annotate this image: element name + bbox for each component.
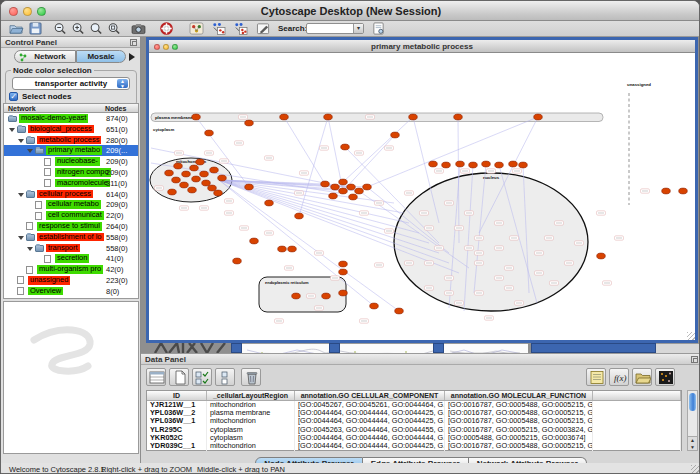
tree-expander-icon[interactable] (18, 236, 24, 240)
quick-find-icon[interactable] (371, 22, 386, 35)
table-cell[interactable]: [GO:0044464, GO:0044446, GO:0044444, G..… (295, 434, 445, 442)
tree-row-mosaic-demo-yeast[interactable]: mosaic-demo-yeast874(0) (4, 113, 138, 124)
network-node[interactable] (168, 189, 177, 195)
frame-resize-grip[interactable] (687, 332, 695, 340)
table-column-header[interactable]: annotation.GO MOLECULAR_FUNCTION (445, 391, 593, 400)
table-cell[interactable]: [GO:0016787, GO:0005488, GO:0005215, G..… (445, 401, 593, 409)
network-node[interactable] (165, 170, 174, 176)
network-node[interactable] (205, 130, 214, 136)
network-node[interactable] (454, 114, 463, 120)
network-node[interactable] (331, 184, 340, 190)
table-cell[interactable]: [GO:0016787, GO:0005215, GO:0003824, G..… (445, 426, 593, 434)
background-frame-sliver[interactable] (444, 343, 528, 353)
tree-row-response-to-stimul[interactable]: response to stimul264(0) (4, 221, 138, 232)
table-cell[interactable] (593, 417, 681, 425)
attribute-editor-icon[interactable] (586, 368, 606, 386)
network-node[interactable] (295, 213, 304, 219)
network-node[interactable] (409, 114, 418, 120)
network-node[interactable] (210, 167, 219, 173)
background-frame-sliver[interactable] (242, 343, 329, 353)
table-cell[interactable]: [GO:0016787, GO:0005488, GO:0005215, G..… (445, 409, 593, 417)
tree-expander-icon[interactable] (9, 128, 15, 132)
network-node[interactable] (288, 246, 297, 252)
table-column-header[interactable]: annotation.GO CELLULAR_COMPONENT (295, 391, 445, 400)
table-cell[interactable]: YPL036W__1 (147, 417, 207, 425)
window-resize-grip[interactable] (691, 465, 700, 474)
tree-expander-icon[interactable] (18, 193, 24, 197)
tree-row-overview[interactable]: Overview8(0) (4, 286, 138, 297)
snapshot-icon[interactable] (131, 22, 146, 35)
network-node[interactable] (245, 184, 254, 190)
birdseye-view[interactable] (3, 301, 139, 454)
zoom-selected-icon[interactable] (107, 22, 122, 35)
network-canvas[interactable]: plasma membrane cytoplasm mitochondrion … (149, 53, 695, 340)
select-nodes-checkbox[interactable]: ✓ (9, 92, 18, 101)
zoom-in-icon[interactable] (71, 22, 86, 35)
table-cell[interactable]: [GO:0005488, GO:0005215, GO:0003674] (445, 434, 593, 442)
tree-row-cell-communicat[interactable]: cell communicat22(0) (4, 210, 138, 221)
tree-row-biological-process[interactable]: biological_process651(0) (4, 124, 138, 135)
search-input[interactable]: ▾ (306, 23, 364, 34)
network-node[interactable] (482, 161, 491, 167)
network-node[interactable] (519, 162, 528, 168)
table-row[interactable]: YKR052Ccytoplasm[GO:0044464, GO:0044446,… (147, 434, 681, 442)
tree-row-transport[interactable]: transport558(0) (4, 243, 138, 254)
network-node[interactable] (202, 180, 211, 186)
tree-expander-icon[interactable] (27, 247, 33, 251)
table-cell[interactable]: [GO:0044464, GO:0044444, GO:0044425, G..… (295, 417, 445, 425)
tree-row-nitrogen-compo[interactable]: nitrogen compo209(0) (4, 167, 138, 178)
network-node[interactable] (370, 303, 379, 309)
annotation-icon[interactable] (256, 22, 271, 35)
network-node[interactable] (233, 258, 242, 264)
tree-row-establishment-of-lo[interactable]: establishment of lo558(0) (4, 232, 138, 243)
network-node[interactable] (214, 190, 223, 196)
network-node[interactable] (192, 176, 201, 182)
help-icon[interactable] (159, 22, 174, 35)
network-node[interactable] (363, 184, 372, 190)
network-node[interactable] (339, 290, 348, 296)
table-scrollbar[interactable]: ▲▼ (687, 390, 698, 451)
network-node[interactable] (182, 171, 191, 177)
network-node[interactable] (597, 253, 606, 259)
background-frame-sliver[interactable] (656, 343, 700, 353)
tree-row-secretion[interactable]: secretion41(0) (4, 253, 138, 264)
background-frame-titlebar[interactable] (329, 343, 340, 353)
table-cell[interactable]: YJR121W__1 (147, 401, 207, 409)
layout-nodes-icon[interactable] (211, 22, 226, 35)
tree-row-cellular-process[interactable]: cellular process614(0) (4, 189, 138, 200)
table-cell[interactable] (593, 434, 681, 442)
table-cell[interactable]: [GO:0045263, GO:0044464, GO:0044455, G..… (295, 426, 445, 434)
network-node[interactable] (456, 161, 465, 167)
tab-network[interactable]: Network (14, 50, 76, 63)
network-node[interactable] (341, 144, 350, 150)
new-attribute-icon[interactable] (169, 368, 189, 386)
background-frame-titlebar[interactable] (531, 343, 656, 353)
table-column-header[interactable]: _cellularLayoutRegion (207, 391, 295, 400)
tree-expander-icon[interactable] (18, 139, 24, 143)
delete-attribute-icon[interactable] (241, 368, 261, 386)
network-node[interactable] (321, 181, 330, 187)
tree-row-unassigned[interactable]: unassigned223(0) (4, 275, 138, 286)
table-column-header[interactable]: ID (147, 391, 207, 400)
network-node[interactable] (339, 269, 348, 275)
select-attributes-icon[interactable] (192, 368, 212, 386)
search-dropdown-arrow-icon[interactable]: ▾ (353, 24, 363, 33)
network-node[interactable] (208, 185, 217, 191)
vizmapper-icon[interactable] (189, 22, 204, 35)
table-cell[interactable]: YLR295C (147, 426, 207, 434)
region-nucleus[interactable] (394, 173, 588, 311)
table-column-header[interactable] (593, 391, 681, 400)
network-node[interactable] (250, 238, 259, 244)
table-row[interactable]: YJR121W__1mitochondrion[GO:0045267, GO:0… (147, 401, 681, 409)
tree-expander-icon[interactable] (27, 149, 33, 153)
table-row[interactable]: YPL036W__1mitochondrion[GO:0044464, GO:0… (147, 417, 681, 425)
network-node[interactable] (192, 114, 201, 120)
tree-row-metabolic-process[interactable]: metabolic process280(0) (4, 135, 138, 146)
layout-edges-icon[interactable] (233, 22, 248, 35)
table-cell[interactable]: YKR052C (147, 434, 207, 442)
network-node[interactable] (429, 161, 438, 167)
save-icon[interactable] (28, 22, 43, 35)
table-cell[interactable]: YPL036W__2 (147, 409, 207, 417)
network-node[interactable] (339, 261, 348, 267)
table-cell[interactable]: YDR039C__1 (147, 442, 207, 450)
